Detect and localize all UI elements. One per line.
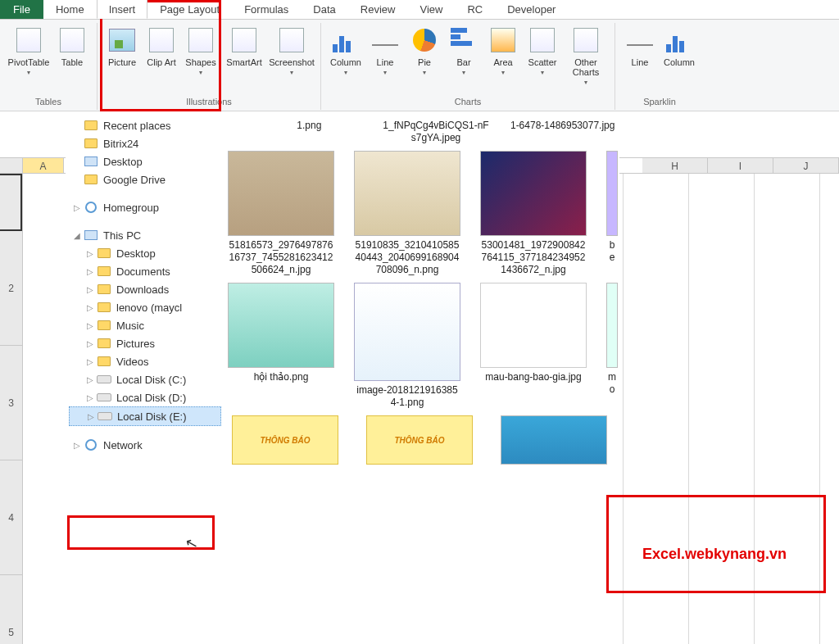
tree-item-homegroup[interactable]: ▷Homegroup bbox=[69, 198, 221, 216]
tree-item-label: Music bbox=[116, 320, 144, 332]
drive-icon bbox=[97, 391, 111, 404]
file-thumb[interactable]: mau-bang-bao-gia.jpg bbox=[480, 283, 587, 409]
smartart-button[interactable]: SmartArt bbox=[220, 23, 268, 93]
sparkcolumn-label: Column bbox=[664, 57, 695, 67]
folder-icon bbox=[97, 355, 111, 368]
file-thumb[interactable]: 53001481_1972900842764­115_3771842349521… bbox=[480, 151, 587, 276]
tab-home[interactable]: Home bbox=[43, 0, 97, 19]
col-a-header[interactable]: A bbox=[23, 158, 64, 173]
expander-icon[interactable]: ▷ bbox=[88, 412, 96, 421]
file-thumb[interactable]: THÔNG BÁO bbox=[362, 415, 477, 465]
chart-area-button[interactable]: Area ▾ bbox=[483, 23, 523, 93]
expander-icon[interactable]: ▷ bbox=[87, 375, 95, 384]
clipart-button[interactable]: Clip Art bbox=[142, 23, 181, 93]
tree-item-label: Desktop bbox=[116, 247, 156, 260]
sparkline-line-button[interactable]: Line bbox=[620, 23, 660, 93]
expander-icon[interactable]: ▷ bbox=[87, 393, 95, 402]
caret-icon: ▾ bbox=[541, 69, 544, 76]
expander-icon[interactable]: ▷ bbox=[87, 321, 95, 330]
tree-item-documents[interactable]: ▷Documents bbox=[69, 262, 221, 280]
expander-icon[interactable]: ▷ bbox=[87, 339, 95, 348]
tab-insert[interactable]: Insert bbox=[97, 0, 148, 19]
file-thumb[interactable]: 51816573_2976497876167­37_74552816234125… bbox=[228, 151, 334, 276]
file-thumb[interactable]: THÔNG BÁO bbox=[228, 415, 342, 465]
table-button[interactable]: Table bbox=[52, 23, 92, 93]
row-3-header[interactable]: 3 bbox=[0, 346, 22, 460]
file-caption: mau-bang-bao-gia.jpg bbox=[485, 371, 581, 383]
col-h-header[interactable]: H bbox=[642, 158, 708, 173]
col-i-header[interactable]: I bbox=[708, 158, 773, 173]
file-thumb[interactable] bbox=[497, 415, 611, 465]
row-4-header[interactable]: 4 bbox=[0, 460, 22, 575]
screenshot-button[interactable]: Screenshot ▾ bbox=[268, 23, 315, 93]
line-label: Line bbox=[377, 57, 394, 67]
file-thumb[interactable]: 51910835_3210410585404­43_20406991689047… bbox=[354, 151, 460, 276]
scatter-chart-icon bbox=[528, 26, 556, 54]
bar-label: Bar bbox=[456, 57, 470, 67]
expander-icon[interactable]: ◢ bbox=[74, 231, 82, 240]
tab-view[interactable]: View bbox=[407, 0, 455, 19]
file-caption[interactable]: 1.png bbox=[297, 120, 321, 132]
tree-item-this-pc[interactable]: ◢This PC bbox=[69, 226, 221, 244]
chart-scatter-button[interactable]: Scatter ▾ bbox=[523, 23, 562, 93]
tab-formulas[interactable]: Formulas bbox=[232, 0, 301, 19]
file-thumb[interactable]: m o bbox=[606, 283, 618, 409]
thispc-icon bbox=[84, 229, 98, 242]
tree-item-downloads[interactable]: ▷Downloads bbox=[69, 280, 221, 298]
tab-data[interactable]: Data bbox=[301, 0, 347, 19]
picture-button[interactable]: Picture bbox=[102, 23, 142, 93]
chart-pie-button[interactable]: Pie ▾ bbox=[405, 23, 444, 93]
tree-item-bitrix24[interactable]: Bitrix24 bbox=[69, 134, 221, 152]
tab-rc[interactable]: RC bbox=[455, 0, 495, 19]
chart-other-button[interactable]: Other Charts ▾ bbox=[562, 23, 610, 93]
file-thumb[interactable]: image-20181219163854-1.png bbox=[354, 283, 460, 409]
tree-item-videos[interactable]: ▷Videos bbox=[69, 352, 221, 370]
tree-item-lenovo-maycl[interactable]: ▷lenovo (maycl bbox=[69, 298, 221, 316]
chart-column-button[interactable]: Column ▾ bbox=[326, 23, 365, 93]
ribbon-group-illustrations: Picture Clip Art Shapes ▾ SmartArt Scree… bbox=[98, 23, 321, 110]
tree-item-network[interactable]: ▷Network bbox=[69, 436, 221, 454]
tree-item-desktop[interactable]: Desktop bbox=[69, 152, 221, 170]
expander-icon[interactable]: ▷ bbox=[87, 267, 95, 276]
thumbnail-pane[interactable]: 1.png 1_fNPqCg4vBiCQS1-nFs7gYA.jpeg 1-64… bbox=[224, 111, 619, 644]
expander-icon[interactable]: ▷ bbox=[87, 249, 95, 258]
tree-item-google-drive[interactable]: Google Drive bbox=[69, 170, 221, 188]
chart-line-button[interactable]: Line ▾ bbox=[365, 23, 405, 93]
tab-developer[interactable]: Developer bbox=[495, 0, 568, 19]
sparkline-column-button[interactable]: Column bbox=[660, 23, 699, 93]
shapes-button[interactable]: Shapes ▾ bbox=[181, 23, 220, 93]
file-caption: 53001481_1972900842764­115_3771842349521… bbox=[480, 239, 587, 276]
expander-icon[interactable]: ▷ bbox=[87, 357, 95, 366]
row-2-header[interactable]: 2 bbox=[0, 231, 22, 346]
folder-tree[interactable]: Recent placesBitrix24DesktopGoogle Drive… bbox=[66, 111, 224, 644]
tree-item-local-disk-e-[interactable]: ▷Local Disk (E:) bbox=[69, 406, 221, 426]
select-all-corner[interactable] bbox=[0, 158, 23, 173]
expander-icon[interactable]: ▷ bbox=[87, 303, 95, 312]
tab-pagelayout[interactable]: Page Layout bbox=[147, 0, 232, 19]
col-j-header[interactable]: J bbox=[773, 158, 839, 173]
chart-bar-button[interactable]: Bar ▾ bbox=[444, 23, 483, 93]
tree-item-pictures[interactable]: ▷Pictures bbox=[69, 334, 221, 352]
file-caption[interactable]: 1-6478-1486953077.jpg bbox=[510, 120, 615, 132]
tree-item-label: Desktop bbox=[103, 156, 143, 168]
tree-item-recent-places[interactable]: Recent places bbox=[69, 116, 221, 134]
file-caption[interactable]: 1_fNPqCg4vBiCQS1-nFs7gYA.jpeg bbox=[383, 120, 490, 144]
pivottable-button[interactable]: PivotTable ▾ bbox=[5, 23, 52, 93]
file-thumb[interactable]: b e bbox=[606, 151, 618, 276]
tree-item-music[interactable]: ▷Music bbox=[69, 316, 221, 334]
tree-item-local-disk-c-[interactable]: ▷Local Disk (C:) bbox=[69, 370, 221, 388]
sparkline-label: Line bbox=[632, 57, 649, 67]
folder-icon bbox=[97, 283, 111, 296]
file-thumb[interactable]: hội thảo.png bbox=[228, 283, 334, 409]
homegroup-icon bbox=[84, 201, 98, 214]
expander-icon[interactable]: ▷ bbox=[74, 441, 82, 450]
file-tab[interactable]: File bbox=[0, 0, 43, 19]
tree-item-local-disk-d-[interactable]: ▷Local Disk (D:) bbox=[69, 388, 221, 406]
tab-review[interactable]: Review bbox=[348, 0, 408, 19]
tree-item-desktop[interactable]: ▷Desktop bbox=[69, 244, 221, 262]
table-label: Table bbox=[61, 57, 83, 67]
shapes-icon bbox=[187, 26, 215, 54]
expander-icon[interactable]: ▷ bbox=[74, 203, 82, 212]
expander-icon[interactable]: ▷ bbox=[87, 285, 95, 294]
row-5-header[interactable]: 5 bbox=[0, 575, 22, 644]
